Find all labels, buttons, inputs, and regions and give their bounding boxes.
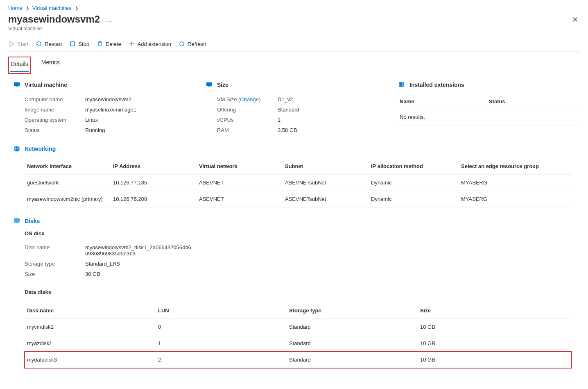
net-subnet: ASEVNETsubNet — [285, 196, 371, 202]
dd-lun: 0 — [158, 324, 289, 330]
start-button: Start — [8, 41, 28, 47]
computer-name-value: myasewindowsvm2 — [85, 94, 197, 105]
ext-status-header: Status — [489, 98, 578, 105]
size-section: Size VM Size (Change) D1_v2 Offering Sta… — [206, 81, 390, 135]
plus-icon — [129, 41, 135, 47]
add-extension-button[interactable]: Add extension — [129, 41, 171, 47]
vcpus-label: vCPUs — [217, 115, 278, 125]
vm-size-value: D1_v2 — [278, 94, 390, 105]
stop-label: Stop — [78, 41, 89, 47]
dd-size: 10 GB — [420, 340, 569, 346]
net-h-alloc: IP allocation method — [371, 163, 461, 169]
net-alloc: Dynamic — [371, 180, 461, 186]
networking-link[interactable]: Networking — [25, 146, 56, 152]
status-value: Running — [85, 125, 197, 135]
close-icon[interactable]: ✕ — [570, 14, 580, 26]
svg-rect-2 — [16, 86, 18, 87]
data-disk-row[interactable]: myvmdisk2 0 Standard 10 GB — [25, 319, 572, 335]
monitor-icon — [206, 81, 213, 89]
network-table-row[interactable]: guestnetwork 10.126.77.185 ASEVNET ASEVN… — [25, 175, 572, 191]
delete-label: Delete — [106, 41, 121, 47]
ram-value: 3.58 GB — [278, 125, 390, 135]
dd-size: 10 GB — [420, 324, 569, 330]
dd-storage: Standard — [289, 340, 420, 346]
dd-h-name: Disk name — [27, 307, 158, 314]
dd-h-storage: Storage type — [289, 307, 420, 314]
svg-rect-3 — [206, 82, 212, 86]
disk-name-label: Disk name — [25, 242, 85, 259]
net-ip: 10.126.77.185 — [113, 180, 199, 186]
ext-name-header: Name — [400, 98, 489, 105]
disks-link[interactable]: Disks — [25, 218, 40, 224]
refresh-label: Refresh — [188, 41, 206, 47]
net-h-vnet: Virtual network — [199, 163, 285, 169]
size-section-title: Size — [217, 82, 228, 88]
disk-name-value: myasewindowsvm2_disk1_2a0664320564466936… — [85, 242, 192, 259]
dd-size: 10 GB — [420, 357, 569, 363]
more-actions-icon[interactable]: ⋯ — [105, 18, 111, 25]
breadcrumb-home[interactable]: Home — [8, 5, 23, 11]
page-title: myasewindowsvm2 — [8, 14, 100, 25]
breadcrumb-vms[interactable]: Virtual machines — [32, 5, 72, 11]
tab-details[interactable]: Details — [10, 58, 29, 72]
dd-name: myvmdisk2 — [27, 324, 158, 330]
svg-rect-0 — [70, 42, 75, 46]
net-rg: MYASERG — [461, 196, 569, 202]
net-rg: MYASERG — [461, 180, 569, 186]
os-label: Operating system — [25, 115, 85, 125]
dd-h-size: Size — [420, 307, 569, 314]
restart-button[interactable]: Restart — [36, 41, 62, 47]
restart-label: Restart — [45, 41, 62, 47]
change-size-link[interactable]: Change — [240, 96, 259, 102]
os-disk-title: OS disk — [25, 230, 572, 237]
net-nic: guestnetwork — [27, 180, 113, 186]
svg-rect-1 — [14, 82, 20, 86]
refresh-button[interactable]: Refresh — [179, 41, 206, 47]
network-table-header: Network interface IP Address Virtual net… — [25, 158, 572, 175]
data-disk-row[interactable]: myazdisk1 1 Standard 10 GB — [25, 335, 572, 352]
net-h-nic: Network interface — [27, 163, 113, 169]
dd-name: mydatadisk3 — [27, 357, 158, 363]
net-vnet: ASEVNET — [199, 196, 285, 202]
storage-type-value: Standard_LRS — [85, 259, 192, 269]
net-nic: myasewindowsvm2nic (primary) — [27, 196, 113, 202]
dd-storage: Standard — [289, 357, 420, 363]
svg-rect-4 — [208, 86, 210, 87]
tabs: Details Metrics — [8, 52, 580, 74]
net-h-subnet: Subnet — [285, 163, 371, 169]
image-name-value: myaselinuxvmimage1 — [85, 105, 197, 115]
tab-metrics[interactable]: Metrics — [41, 57, 61, 74]
start-label: Start — [17, 41, 28, 47]
offering-value: Standard — [278, 105, 390, 115]
net-ip: 10.126.76.208 — [113, 196, 199, 202]
dd-name: myazdisk1 — [27, 340, 158, 346]
dd-lun: 1 — [158, 340, 289, 346]
network-table-row[interactable]: myasewindowsvm2nic (primary) 10.126.76.2… — [25, 191, 572, 207]
status-label: Status — [25, 125, 85, 135]
globe-icon — [13, 145, 20, 152]
net-alloc: Dynamic — [371, 196, 461, 202]
chevron-right-icon: ❯ — [75, 6, 78, 10]
play-icon — [8, 41, 15, 47]
vm-section-title: Virtual machine — [25, 82, 67, 88]
disk-icon — [13, 217, 20, 225]
restart-icon — [36, 41, 42, 47]
delete-button[interactable]: Delete — [97, 41, 121, 47]
refresh-icon — [179, 41, 185, 47]
breadcrumb: Home ❯ Virtual machines ❯ — [8, 5, 580, 11]
data-disk-row[interactable]: mydatadisk3 2 Standard 10 GB — [25, 352, 572, 368]
vm-size-label-text: VM Size — [217, 96, 237, 102]
networking-section: Networking Network interface IP Address … — [8, 145, 580, 207]
disk-size-label: Size — [25, 269, 85, 279]
command-bar: Start Restart Stop Delete Add extension … — [8, 35, 580, 52]
stop-button[interactable]: Stop — [69, 41, 89, 47]
storage-type-label: Storage type — [25, 259, 85, 269]
data-disk-table-header: Disk name LUN Storage type Size — [25, 303, 572, 319]
add-extension-label: Add extension — [138, 41, 171, 47]
dd-lun: 2 — [158, 357, 289, 363]
page-subtitle: Virtual machine — [8, 26, 111, 32]
net-vnet: ASEVNET — [199, 180, 285, 186]
os-value: Linux — [85, 115, 197, 125]
extensions-section-title: Installed extensions — [409, 82, 464, 88]
trash-icon — [97, 41, 103, 47]
